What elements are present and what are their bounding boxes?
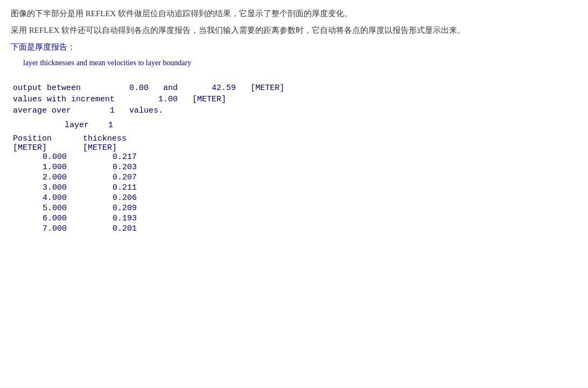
- chinese-line-3: 下面是厚度报告：: [11, 40, 577, 54]
- layer-number: 1: [108, 121, 113, 130]
- position-cell: 5.000: [13, 204, 83, 213]
- position-cell: 7.000: [13, 224, 83, 233]
- thickness-cell: 0.203: [83, 163, 153, 172]
- table-row: 6.0000.193: [11, 214, 577, 223]
- output-label: output between: [13, 84, 81, 93]
- output-between-line: output between 0.00 and 42.59 [METER]: [11, 84, 577, 93]
- thickness-cell: 0.209: [83, 204, 153, 213]
- thickness-cell: 0.207: [83, 173, 153, 182]
- thickness-cell: 0.217: [83, 153, 153, 162]
- unit-thickness: [METER]: [83, 143, 153, 153]
- thickness-cell: 0.201: [83, 224, 153, 233]
- col-position-header: Position: [13, 134, 83, 143]
- table-row: 1.0000.203: [11, 163, 577, 172]
- layer-label-row: layer 1: [11, 121, 577, 130]
- table-row: 7.0000.201: [11, 224, 577, 233]
- position-cell: 3.000: [13, 183, 83, 192]
- table-row: 4.0000.206: [11, 193, 577, 203]
- increment-label: values with increment: [13, 95, 115, 104]
- table-header: Position thickness: [11, 134, 577, 143]
- increment-line: values with increment 1.00 [METER]: [11, 95, 577, 104]
- output-from: 0.00: [129, 84, 149, 93]
- position-cell: 4.000: [13, 193, 83, 203]
- position-cell: 6.000: [13, 214, 83, 223]
- increment-value: 1.00: [158, 95, 178, 104]
- average-value: 1: [110, 106, 115, 115]
- table-row: 5.0000.209: [11, 204, 577, 213]
- output-to: 42.59: [212, 84, 236, 93]
- increment-unit: [METER]: [192, 95, 226, 104]
- position-cell: 0.000: [13, 153, 83, 162]
- average-label: average over: [13, 106, 71, 115]
- layer-label: layer: [65, 121, 89, 130]
- output-and: and: [163, 84, 178, 93]
- table-row: 0.0000.217: [11, 153, 577, 162]
- chinese-line-2: 采用 REFLEX 软件还可以自动得到各点的厚度报告，当我们输入需要的距离参数时…: [11, 23, 577, 38]
- col-thickness-header: thickness: [83, 134, 153, 143]
- layer-info-section: output between 0.00 and 42.59 [METER] va…: [11, 84, 577, 130]
- thickness-cell: 0.206: [83, 193, 153, 203]
- average-line: average over 1 values.: [11, 106, 577, 115]
- position-cell: 1.000: [13, 163, 83, 172]
- table-row: 2.0000.207: [11, 173, 577, 182]
- thickness-cell: 0.193: [83, 214, 153, 223]
- output-unit: [METER]: [250, 84, 284, 93]
- table-units: [METER] [METER]: [11, 143, 577, 153]
- table-row: 3.0000.211: [11, 183, 577, 192]
- report-header: layer thicknesses and mean velocities to…: [19, 59, 577, 67]
- data-table: Position thickness [METER] [METER] 0.000…: [11, 134, 577, 233]
- thickness-cell: 0.211: [83, 183, 153, 192]
- average-suffix: values.: [129, 106, 163, 115]
- chinese-line-1: 图像的下半部分是用 REFLEX 软件做层位自动追踪得到的结果，它显示了整个剖面…: [11, 6, 577, 21]
- position-cell: 2.000: [13, 173, 83, 182]
- data-rows-container: 0.0000.2171.0000.2032.0000.2073.0000.211…: [11, 153, 577, 233]
- unit-position: [METER]: [13, 143, 83, 153]
